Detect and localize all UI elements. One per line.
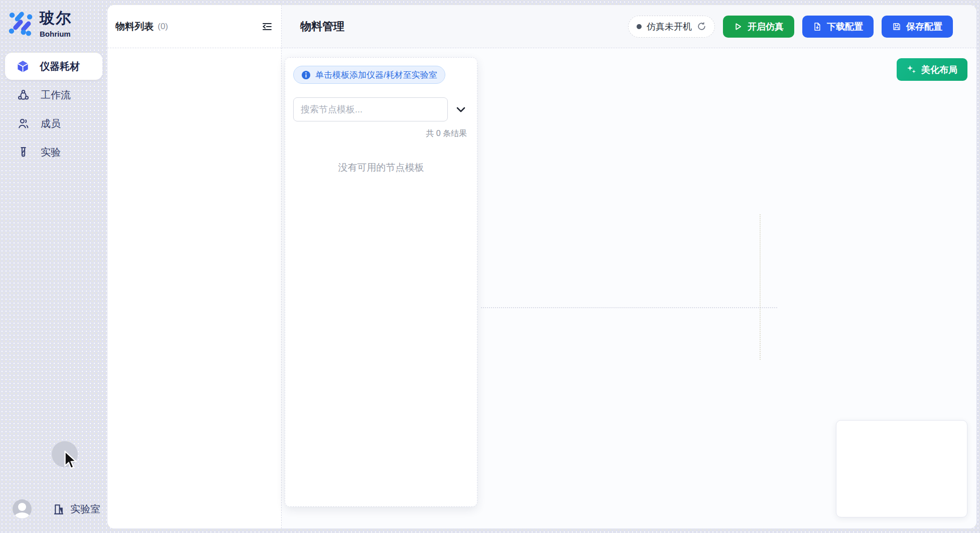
page-title: 物料管理	[300, 19, 344, 34]
beautify-layout-label: 美化布局	[921, 64, 957, 76]
template-search-input[interactable]	[293, 97, 448, 121]
sidebar-item-label: 仪器耗材	[40, 60, 80, 73]
materials-count: (0)	[158, 22, 168, 32]
main-region: 物料管理 仿真未开机 开启仿真	[282, 5, 976, 528]
page-header: 物料管理 仿真未开机 开启仿真	[282, 5, 976, 48]
canvas-guide-vertical	[760, 214, 761, 360]
save-icon	[892, 22, 901, 31]
template-tip-text: 单击模板添加仪器/耗材至实验室	[315, 69, 437, 81]
canvas-guide-horizontal	[481, 307, 777, 308]
building-icon	[53, 503, 65, 515]
empty-templates-message: 没有可用的节点模板	[293, 161, 469, 174]
materials-list-title: 物料列表	[115, 20, 154, 33]
play-icon	[733, 22, 743, 31]
start-simulation-label: 开启仿真	[748, 21, 784, 33]
info-icon	[301, 70, 311, 80]
sidebar: 玻尔 Bohrium 仪器耗材 工作流	[0, 0, 107, 533]
brand-name-cn: 玻尔	[40, 8, 72, 29]
sidebar-nav: 仪器耗材 工作流 成员	[5, 53, 102, 169]
test-tube-icon	[17, 146, 30, 159]
bohrium-logo-icon	[8, 10, 34, 36]
template-tip-banner[interactable]: 单击模板添加仪器/耗材至实验室	[293, 66, 445, 84]
brand-logo[interactable]: 玻尔 Bohrium	[8, 8, 72, 38]
brand-text: 玻尔 Bohrium	[40, 8, 72, 38]
sidebar-item-experiments[interactable]: 实验	[5, 141, 102, 164]
mouse-cursor	[63, 451, 78, 471]
lab-label: 实验室	[70, 502, 100, 516]
collapse-panel-icon[interactable]	[261, 21, 273, 33]
start-simulation-button[interactable]: 开启仿真	[723, 16, 794, 38]
header-actions: 仿真未开机 开启仿真	[628, 16, 953, 38]
save-config-button[interactable]: 保存配置	[882, 16, 953, 38]
save-config-label: 保存配置	[906, 21, 942, 33]
expand-filters-button[interactable]	[455, 103, 467, 115]
sidebar-footer: 实验室	[13, 499, 100, 518]
workspace-canvas[interactable]: 美化布局 单击模板添加仪器/耗材至实验室	[282, 48, 976, 528]
refresh-icon[interactable]	[697, 22, 706, 31]
user-avatar[interactable]	[13, 499, 32, 518]
simulation-status-pill[interactable]: 仿真未开机	[628, 16, 715, 38]
sidebar-item-instruments[interactable]: 仪器耗材	[5, 53, 102, 80]
lab-switcher[interactable]: 实验室	[53, 502, 100, 516]
content-shell: 物料列表 (0) 物料管理 仿真未开机	[107, 5, 976, 528]
sidebar-item-label: 实验	[41, 146, 61, 159]
status-label: 仿真未开机	[647, 21, 692, 33]
sparkles-icon	[907, 65, 916, 74]
chevron-down-icon	[455, 103, 467, 115]
minimap-panel[interactable]	[836, 420, 967, 517]
brand-name-en: Bohrium	[40, 30, 72, 38]
workflow-icon	[17, 89, 30, 101]
sidebar-item-members[interactable]: 成员	[5, 112, 102, 135]
download-config-label: 下载配置	[827, 21, 863, 33]
sidebar-item-workflow[interactable]: 工作流	[5, 83, 102, 106]
download-file-icon	[813, 22, 822, 31]
sidebar-item-label: 工作流	[41, 88, 71, 102]
materials-panel-header: 物料列表 (0)	[107, 5, 281, 48]
members-icon	[17, 117, 30, 130]
sidebar-item-label: 成员	[41, 117, 61, 130]
cube-icon	[16, 60, 30, 73]
node-template-panel: 单击模板添加仪器/耗材至实验室 共 0 条结果 没有可用的节点模板	[285, 57, 477, 507]
materials-panel: 物料列表 (0)	[107, 5, 282, 528]
template-search-row	[293, 97, 469, 121]
beautify-layout-button[interactable]: 美化布局	[897, 58, 967, 81]
download-config-button[interactable]: 下载配置	[802, 16, 874, 38]
status-dot-icon	[637, 24, 642, 29]
results-count: 共 0 条结果	[293, 128, 469, 139]
app-root: { "brand": { "name_cn": "玻尔", "name_en":…	[0, 0, 980, 533]
